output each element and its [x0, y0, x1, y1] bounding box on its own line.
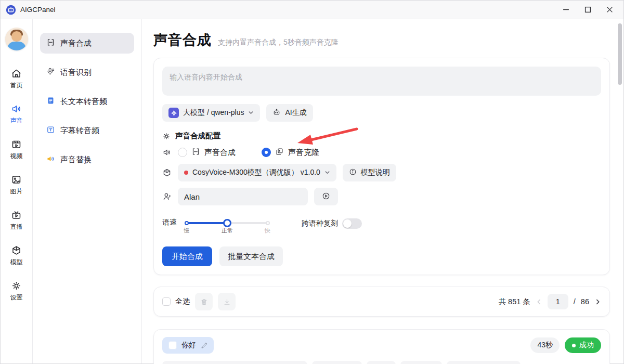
download-button[interactable] [218, 293, 236, 310]
play-icon [322, 192, 330, 202]
image-icon [11, 174, 22, 185]
scrollbar-thumb[interactable] [618, 23, 622, 85]
cross-lang-toggle[interactable] [342, 218, 362, 229]
mode-option-synthesis[interactable]: 声音合成 [178, 147, 236, 158]
robot-icon [272, 108, 281, 118]
page-header: 声音合成 支持内置声音合成，5秒音频声音克隆 [153, 31, 610, 49]
sidebar-item-subtitle[interactable]: 字幕转音频 [40, 120, 134, 141]
sidebar-item-voice-replace[interactable]: 声音替换 [40, 149, 134, 170]
config-section-title: 声音合成配置 [162, 131, 601, 141]
main-content: 声音合成 支持内置声音合成，5秒音频声音克隆 大模型 / qwen-plus [142, 19, 623, 363]
tag-speaker: zz [367, 361, 396, 364]
nav-video[interactable]: 视频 [10, 139, 23, 161]
sidebar: 声音合成 语音识别 长文本转音频 字幕转音频 声音替换 [33, 19, 142, 363]
select-all-checkbox[interactable] [162, 297, 171, 306]
avatar[interactable] [5, 28, 28, 50]
model-icon [11, 245, 22, 256]
speed-slider[interactable]: 慢 正常 快 [185, 219, 269, 235]
tts-model-select[interactable]: CosyVoice-M300模型（调优版） v1.0.0 [178, 164, 336, 181]
model-row: CosyVoice-M300模型（调优版） v1.0.0 模型说明 [162, 164, 601, 181]
speaker-person-icon [162, 192, 172, 201]
home-icon [11, 68, 22, 79]
minimize-button[interactable] [557, 3, 575, 17]
close-button[interactable] [601, 3, 618, 17]
slider-end-dot [266, 221, 270, 225]
speed-row: 语速 慢 正常 快 跨语种复刻 [162, 218, 601, 235]
record-title-pill: 你好 [162, 337, 214, 354]
settings-icon [11, 280, 22, 291]
sound-icon [11, 103, 22, 114]
gear-icon [162, 132, 171, 140]
page-number-input[interactable]: 1 [548, 294, 568, 309]
tag-mode: 声音克隆 [312, 361, 362, 364]
total-count: 共 851 条 [499, 297, 530, 307]
radio-checked[interactable] [262, 148, 271, 157]
tag-model: CosyVoice-M300模型（调优版） v1.0.0 [162, 361, 307, 364]
batch-synthesis-button[interactable]: 批量文本合成 [219, 246, 283, 266]
titlebar: AIGCPanel [1, 1, 623, 19]
llm-icon [168, 108, 179, 118]
long-text-icon [46, 96, 55, 107]
voice-synthesis-icon [46, 38, 55, 48]
next-page-button[interactable] [594, 298, 601, 305]
slider-start-dot [185, 221, 189, 225]
sidebar-item-voice-synthesis[interactable]: 声音合成 [40, 33, 134, 54]
voice-synthesis-icon [191, 147, 200, 158]
page-separator: / [574, 297, 576, 306]
video-icon [11, 139, 22, 150]
page-subtitle: 支持内置声音合成，5秒音频声音克隆 [218, 38, 339, 47]
nav-model[interactable]: 模型 [10, 245, 23, 267]
status-dot-icon [572, 344, 576, 347]
model-icon [162, 168, 172, 177]
record-tags: CosyVoice-M300模型（调优版） v1.0.0 声音克隆 zz 语速 … [162, 361, 601, 364]
sidebar-item-speech-recognition[interactable]: 语音识别 [40, 62, 134, 83]
speaker-icon [162, 148, 172, 157]
clone-icon [275, 147, 284, 158]
radio-unchecked[interactable] [178, 148, 187, 157]
live-icon [11, 210, 22, 220]
delete-button[interactable] [195, 293, 213, 310]
nav-image[interactable]: 图片 [10, 174, 23, 196]
speech-text-input[interactable] [162, 67, 601, 96]
app-logo-icon [6, 5, 16, 15]
play-sample-button[interactable] [314, 188, 338, 205]
speaker-name-field[interactable] [178, 188, 308, 205]
nav-sound[interactable]: 声音 [10, 103, 23, 125]
cross-lang-label: 跨语种复刻 [302, 219, 338, 228]
tag-cross-lang: 跨语种复刻 false [447, 361, 521, 364]
page-title: 声音合成 [153, 31, 212, 49]
nav-home[interactable]: 首页 [10, 68, 23, 90]
slider-handle[interactable] [223, 219, 231, 227]
chevron-down-icon [324, 168, 330, 177]
list-toolbar-card: 全选 共 851 条 1 / 86 [153, 287, 610, 317]
record-checkbox[interactable] [168, 341, 177, 349]
speaker-name-input[interactable] [184, 192, 302, 201]
start-synthesis-button[interactable]: 开始合成 [162, 246, 212, 266]
status-badge: 成功 [565, 337, 601, 353]
info-icon [349, 168, 357, 177]
record-title: 你好 [181, 341, 196, 350]
edit-icon[interactable] [201, 342, 207, 349]
model-status-dot [184, 171, 188, 175]
maximize-button[interactable] [579, 3, 596, 17]
page-total: 86 [581, 297, 589, 306]
prev-page-button[interactable] [536, 298, 542, 305]
ai-generate-button[interactable]: AI生成 [266, 104, 313, 122]
mode-row: 声音合成 声音克隆 [162, 147, 601, 158]
app-title: AIGCPanel [20, 6, 56, 14]
composer-card: 大模型 / qwen-plus AI生成 [153, 58, 610, 275]
nav-settings[interactable]: 设置 [10, 280, 23, 302]
sidebar-item-long-text[interactable]: 长文本转音频 [40, 91, 134, 112]
select-all-label: 全选 [175, 297, 190, 306]
tag-speed: 语速 1 [400, 361, 442, 364]
speech-recognition-icon [46, 67, 55, 77]
record-card: 你好 43秒 成功 [153, 329, 610, 364]
speaker-row [162, 188, 601, 205]
app-window: AIGCPanel 首页 [0, 0, 624, 364]
scrollbar[interactable] [617, 20, 623, 362]
nav-live[interactable]: 直播 [10, 210, 23, 231]
mode-option-clone[interactable]: 声音克隆 [262, 147, 319, 158]
llm-model-select[interactable]: 大模型 / qwen-plus [162, 104, 260, 122]
model-info-button[interactable]: 模型说明 [343, 164, 396, 181]
voice-replace-icon [46, 154, 55, 165]
